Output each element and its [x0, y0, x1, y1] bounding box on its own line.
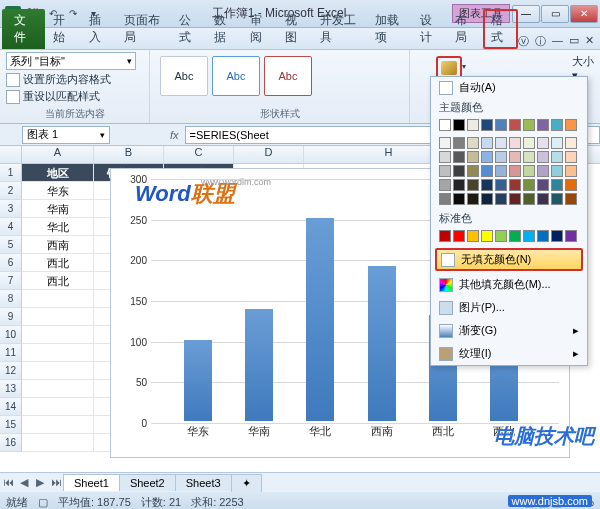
fill-auto-item[interactable]: 自动(A) [431, 77, 587, 98]
name-box[interactable]: 图表 1 [22, 126, 110, 144]
shape-style-3[interactable]: Abc [264, 56, 312, 96]
cell[interactable] [22, 344, 94, 362]
color-swatch[interactable] [453, 193, 465, 205]
tab-pagelayout[interactable]: 页面布局 [116, 9, 171, 49]
chart-bar[interactable] [245, 309, 273, 421]
col-header[interactable]: B [94, 146, 164, 163]
color-swatch[interactable] [467, 230, 479, 242]
color-swatch[interactable] [495, 151, 507, 163]
color-swatch[interactable] [509, 137, 521, 149]
cell[interactable] [22, 416, 94, 434]
col-header[interactable]: C [164, 146, 234, 163]
color-swatch[interactable] [467, 151, 479, 163]
color-swatch[interactable] [565, 193, 577, 205]
color-swatch[interactable] [439, 230, 451, 242]
color-swatch[interactable] [481, 179, 493, 191]
color-swatch[interactable] [537, 230, 549, 242]
color-swatch[interactable] [495, 179, 507, 191]
color-swatch[interactable] [509, 119, 521, 131]
chart-bar[interactable] [184, 340, 212, 421]
color-swatch[interactable] [439, 179, 451, 191]
color-swatch[interactable] [467, 193, 479, 205]
color-swatch[interactable] [509, 151, 521, 163]
tab-nav-next-icon[interactable]: ▶ [32, 476, 48, 489]
color-swatch[interactable] [509, 165, 521, 177]
row-header[interactable]: 3 [0, 200, 22, 218]
color-swatch[interactable] [481, 165, 493, 177]
color-swatch[interactable] [537, 179, 549, 191]
color-swatch[interactable] [551, 230, 563, 242]
cell[interactable]: 西北 [22, 272, 94, 290]
tab-view[interactable]: 视图 [277, 9, 312, 49]
shape-style-gallery[interactable]: Abc Abc Abc [156, 52, 403, 100]
color-swatch[interactable] [495, 230, 507, 242]
new-sheet-button[interactable]: ✦ [231, 474, 262, 492]
color-swatch[interactable] [537, 193, 549, 205]
cell[interactable]: 地区 [22, 164, 94, 182]
row-header[interactable]: 6 [0, 254, 22, 272]
color-swatch[interactable] [453, 137, 465, 149]
color-swatch[interactable] [481, 137, 493, 149]
color-swatch[interactable] [509, 193, 521, 205]
sheet-tab[interactable]: Sheet3 [175, 474, 232, 491]
color-swatch[interactable] [453, 119, 465, 131]
tab-home[interactable]: 开始 [45, 9, 80, 49]
color-swatch[interactable] [565, 179, 577, 191]
cell[interactable] [22, 362, 94, 380]
no-fill-item[interactable]: 无填充颜色(N) [435, 248, 583, 271]
row-header[interactable]: 2 [0, 182, 22, 200]
format-selection-button[interactable]: 设置所选内容格式 [6, 72, 143, 87]
cell[interactable]: 华北 [22, 218, 94, 236]
shape-style-2[interactable]: Abc [212, 56, 260, 96]
color-swatch[interactable] [481, 193, 493, 205]
texture-fill-item[interactable]: 纹理(I)▸ [431, 342, 587, 365]
cell[interactable]: 西北 [22, 254, 94, 272]
row-header[interactable]: 12 [0, 362, 22, 380]
color-swatch[interactable] [551, 151, 563, 163]
cell[interactable]: 华南 [22, 200, 94, 218]
color-swatch[interactable] [551, 165, 563, 177]
color-swatch[interactable] [523, 151, 535, 163]
shape-style-1[interactable]: Abc [160, 56, 208, 96]
color-swatch[interactable] [551, 179, 563, 191]
color-swatch[interactable] [523, 193, 535, 205]
color-swatch[interactable] [565, 119, 577, 131]
color-swatch[interactable] [523, 119, 535, 131]
color-swatch[interactable] [523, 137, 535, 149]
picture-fill-item[interactable]: 图片(P)... [431, 296, 587, 319]
cell[interactable]: 西南 [22, 236, 94, 254]
color-swatch[interactable] [537, 165, 549, 177]
tab-developer[interactable]: 开发工具 [312, 9, 367, 49]
inner-close-icon[interactable]: ✕ [585, 34, 594, 49]
tab-design[interactable]: 设计 [412, 9, 447, 49]
row-header[interactable]: 16 [0, 434, 22, 452]
maximize-button[interactable]: ▭ [541, 5, 569, 23]
color-swatch[interactable] [481, 119, 493, 131]
color-swatch[interactable] [453, 179, 465, 191]
chart-element-selector[interactable]: 系列 "目标" [6, 52, 136, 70]
row-header[interactable]: 8 [0, 290, 22, 308]
color-swatch[interactable] [565, 137, 577, 149]
gradient-fill-item[interactable]: 渐变(G)▸ [431, 319, 587, 342]
tab-review[interactable]: 审阅 [242, 9, 277, 49]
color-swatch[interactable] [453, 165, 465, 177]
row-header[interactable]: 14 [0, 398, 22, 416]
color-swatch[interactable] [565, 151, 577, 163]
row-header[interactable]: 5 [0, 236, 22, 254]
macro-record-icon[interactable]: ▢ [38, 496, 48, 509]
color-swatch[interactable] [467, 179, 479, 191]
tab-formulas[interactable]: 公式 [171, 9, 206, 49]
tab-layout[interactable]: 布局 [447, 9, 482, 49]
color-swatch[interactable] [467, 119, 479, 131]
tab-format[interactable]: 格式 [483, 9, 518, 49]
color-swatch[interactable] [565, 165, 577, 177]
file-tab[interactable]: 文件 [2, 9, 45, 49]
color-swatch[interactable] [439, 193, 451, 205]
color-swatch[interactable] [537, 151, 549, 163]
row-header[interactable]: 15 [0, 416, 22, 434]
color-swatch[interactable] [495, 119, 507, 131]
col-header[interactable]: A [22, 146, 94, 163]
color-swatch[interactable] [495, 137, 507, 149]
select-all-corner[interactable] [0, 146, 22, 163]
row-header[interactable]: 4 [0, 218, 22, 236]
